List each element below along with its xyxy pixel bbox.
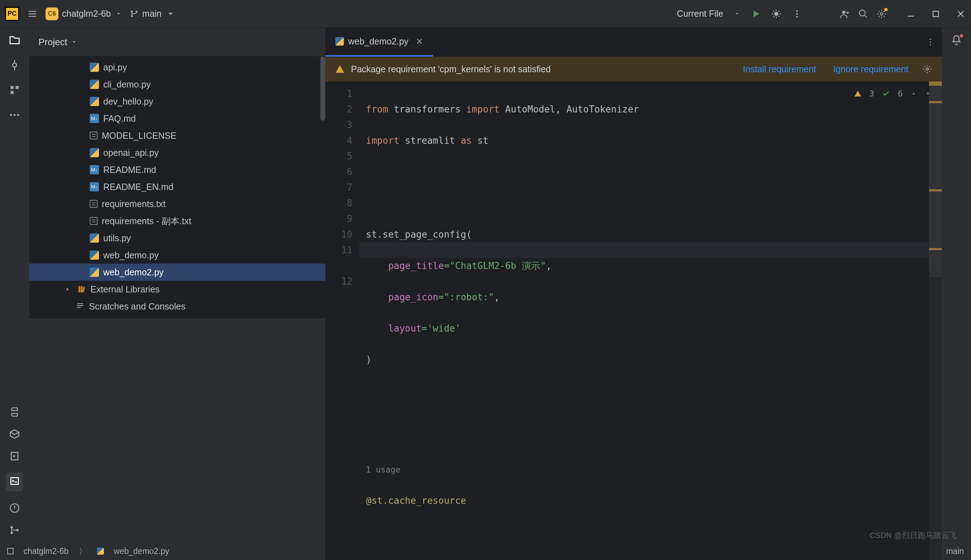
workspace: Project api.py cli_demo.py dev_hello.py … (0, 28, 971, 542)
library-icon (77, 285, 86, 294)
svg-point-20 (11, 526, 13, 529)
svg-point-22 (17, 529, 19, 532)
editor-more-icon[interactable]: ⋮ (926, 37, 935, 47)
chevron-up-icon[interactable] (911, 90, 917, 97)
svg-point-18 (926, 68, 929, 70)
svg-point-21 (11, 532, 13, 534)
ide-logo-icon: PC (5, 7, 19, 21)
branch-name-label: main (142, 8, 162, 19)
gear-icon[interactable] (923, 64, 932, 73)
window-minimize-button[interactable] (906, 8, 916, 19)
project-panel-header: Project (29, 28, 325, 57)
python-file-icon (335, 37, 344, 45)
project-name-label: chatglm2-6b (62, 8, 111, 19)
structure-tool-icon[interactable] (8, 84, 21, 96)
packages-icon[interactable] (9, 428, 20, 440)
ignore-requirement-link[interactable]: Ignore requirement (833, 64, 908, 74)
run-config-selector[interactable]: Current File (677, 8, 723, 19)
python-file-icon (90, 268, 99, 277)
scratches-item[interactable]: Scratches and Consoles (29, 298, 325, 315)
services-icon[interactable] (9, 450, 20, 462)
markdown-file-icon (90, 114, 99, 123)
more-actions-button[interactable] (792, 8, 802, 19)
center-area: Project api.py cli_demo.py dev_hello.py … (29, 28, 942, 560)
scratches-icon (75, 302, 85, 311)
gutter: 123456789101112 (325, 82, 359, 560)
python-file-icon (90, 233, 99, 243)
branch-selector[interactable]: main (130, 8, 175, 19)
file-item: requirements - 副本.txt (29, 212, 325, 230)
editor-tab[interactable]: web_demo2.py ✕ (325, 28, 433, 57)
code-with-me-button[interactable] (839, 8, 850, 19)
svg-rect-10 (933, 11, 938, 17)
svg-point-3 (774, 12, 778, 16)
right-tool-strip (942, 28, 971, 560)
hamburger-menu-button[interactable] (27, 8, 38, 19)
window-maximize-button[interactable] (931, 8, 941, 19)
terminal-tool-button[interactable] (6, 472, 23, 492)
file-item: MODEL_LICENSE (29, 127, 325, 144)
project-chip-icon: C6 (45, 7, 58, 20)
status-branch[interactable]: main (946, 547, 964, 556)
usage-hint: 1 usage (366, 465, 400, 474)
status-file[interactable]: web_demo2.py (114, 547, 169, 556)
python-file-icon (90, 250, 99, 260)
left-bottom-tool-strip (0, 406, 29, 542)
svg-rect-13 (16, 86, 19, 89)
search-button[interactable] (858, 8, 869, 19)
text-file-icon (90, 217, 98, 225)
notifications-button[interactable] (950, 34, 963, 48)
file-item: openai_api.py (29, 144, 325, 161)
chevron-down-icon (166, 9, 175, 18)
file-item-selected: web_demo2.py (29, 263, 325, 281)
svg-point-9 (881, 12, 883, 15)
settings-button[interactable] (876, 8, 887, 19)
warning-message: Package requirement 'cpm_kernels' is not… (351, 64, 726, 74)
commit-tool-icon[interactable] (8, 59, 21, 71)
project-selector[interactable]: C6 chatglm2-6b (45, 7, 122, 20)
more-tools-icon[interactable] (8, 109, 21, 121)
file-item: README.md (29, 161, 325, 178)
status-project[interactable]: chatglm2-6b (23, 547, 69, 556)
svg-point-2 (135, 10, 137, 12)
svg-rect-14 (11, 91, 14, 94)
svg-point-15 (10, 114, 12, 116)
python-file-icon (90, 80, 99, 89)
inspection-widget[interactable]: 3 6 (854, 86, 931, 102)
svg-point-1 (131, 15, 132, 17)
python-file-icon (97, 548, 104, 555)
debug-button[interactable] (771, 8, 782, 19)
svg-point-17 (17, 114, 19, 116)
git-branch-icon (130, 9, 139, 18)
svg-point-16 (13, 114, 16, 116)
editor-tab-bar: web_demo2.py ✕ ⋮ (325, 28, 942, 57)
file-item: web_demo.py (29, 247, 325, 263)
version-control-icon[interactable] (9, 524, 20, 536)
run-button[interactable] (750, 8, 761, 19)
titlebar: PC C6 chatglm2-6b main Current File (0, 0, 971, 28)
svg-point-4 (796, 10, 798, 12)
file-item: api.py (29, 59, 325, 76)
editor: Package requirement 'cpm_kernels' is not… (325, 57, 942, 560)
svg-point-7 (842, 10, 845, 13)
install-requirement-link[interactable]: Install requirement (743, 64, 816, 74)
file-tree[interactable]: api.py cli_demo.py dev_hello.py FAQ.md M… (29, 57, 325, 318)
project-tool-icon[interactable] (8, 34, 21, 46)
package-warning-bar: Package requirement 'cpm_kernels' is not… (325, 57, 942, 82)
external-libraries-item[interactable]: External Libraries (29, 281, 325, 298)
svg-point-8 (859, 10, 865, 16)
close-tab-button[interactable]: ✕ (416, 36, 423, 47)
warning-icon (854, 90, 861, 97)
code-area[interactable]: 123456789101112 from transformers import… (325, 82, 942, 560)
code-text[interactable]: from transformers import AutoModel, Auto… (359, 82, 942, 560)
python-file-icon (90, 148, 99, 157)
svg-point-0 (131, 10, 132, 12)
file-item: cli_demo.py (29, 76, 325, 93)
python-file-icon (90, 97, 99, 106)
module-icon (7, 548, 13, 554)
problems-icon[interactable] (9, 502, 20, 514)
window-close-button[interactable] (955, 8, 966, 19)
svg-point-6 (796, 16, 798, 17)
update-badge-icon (884, 8, 888, 12)
python-console-icon[interactable] (9, 406, 20, 418)
